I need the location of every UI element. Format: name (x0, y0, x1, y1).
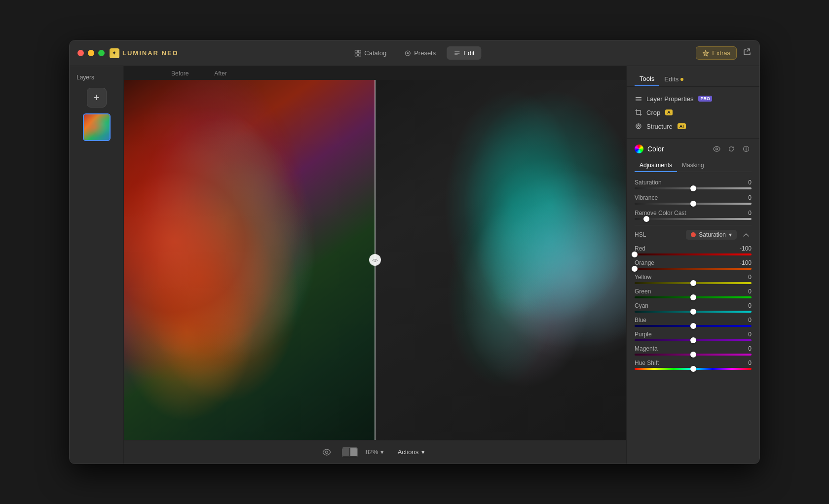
canvas-wrapper[interactable] (124, 80, 626, 440)
remove-color-cast-thumb[interactable] (643, 216, 649, 222)
hsl-hue-shift-slider[interactable] (635, 368, 752, 370)
tab-adjustments[interactable]: Adjustments (635, 159, 677, 172)
vibrance-slider[interactable] (635, 203, 752, 205)
hsl-hue-shift-thumb[interactable] (690, 366, 696, 372)
main-content: Layers + Before After (70, 66, 759, 464)
structure-icon (635, 122, 642, 130)
logo-icon: ✦ (110, 48, 119, 58)
remove-color-cast-label: Remove Color Cast (635, 210, 686, 216)
hsl-blue-slider[interactable] (635, 325, 752, 327)
info-color-button[interactable] (741, 144, 752, 154)
hsl-magenta-thumb[interactable] (690, 352, 696, 358)
split-handle[interactable] (369, 254, 381, 266)
close-button[interactable] (77, 50, 84, 56)
canvas-area: Before After (124, 66, 626, 464)
hsl-orange-thumb[interactable] (632, 266, 638, 272)
hsl-cyan-thumb[interactable] (690, 309, 696, 315)
maximize-button[interactable] (98, 50, 105, 56)
catalog-icon (354, 50, 361, 57)
hsl-hue-shift-label: Hue Shift (635, 360, 659, 366)
svg-point-21 (746, 147, 747, 148)
color-section-label: Color (647, 145, 664, 153)
actions-button[interactable]: Actions ▾ (392, 446, 431, 458)
structure-ai-badge: AI (678, 123, 686, 129)
hsl-magenta-slider[interactable] (635, 354, 752, 356)
hsl-purple-row: Purple 0 (635, 331, 752, 341)
crop-ai-badge: A (665, 109, 673, 115)
right-panel: Tools Edits Layer Propert (626, 66, 759, 464)
hsl-type-chevron: ▾ (729, 231, 732, 238)
svg-marker-9 (703, 50, 709, 56)
vibrance-thumb[interactable] (690, 201, 696, 207)
vibrance-value: 0 (748, 194, 752, 201)
presets-nav-button[interactable]: Presets (397, 46, 443, 60)
color-wheel-icon (635, 144, 643, 153)
hsl-header[interactable]: HSL Saturation ▾ (635, 229, 752, 240)
hsl-magenta-value: 0 (748, 345, 752, 352)
crop-item[interactable]: Crop A (635, 106, 752, 119)
hsl-hue-shift-value: 0 (748, 360, 752, 366)
share-button[interactable] (743, 47, 752, 59)
hsl-collapse-button[interactable] (741, 229, 752, 240)
reset-color-button[interactable] (726, 144, 737, 154)
hsl-purple-thumb[interactable] (690, 337, 696, 343)
zoom-level: 82% (366, 448, 378, 456)
visibility-toggle[interactable] (319, 445, 334, 460)
hsl-orange-slider[interactable] (635, 268, 752, 270)
titlebar-right: Extras (696, 46, 752, 60)
layer-thumbnail[interactable] (83, 113, 111, 141)
layer-properties-label: Layer Properties (646, 95, 693, 103)
crop-label: Crop (646, 109, 660, 116)
hsl-red-thumb[interactable] (632, 252, 638, 257)
layer-properties-item[interactable]: Layer Properties PRO (635, 92, 752, 106)
structure-item[interactable]: Structure AI (635, 119, 752, 133)
app-window: ✦ LUMINAR NEO Catalog Presets (69, 40, 760, 464)
zoom-control[interactable]: 82% ▾ (366, 448, 384, 456)
presets-icon (404, 50, 411, 57)
hsl-green-label: Green (635, 288, 651, 295)
minimize-button[interactable] (88, 50, 94, 56)
svg-rect-11 (636, 97, 641, 98)
saturation-value: 0 (748, 179, 752, 186)
svg-rect-3 (358, 54, 361, 56)
layer-thumb-image (84, 114, 110, 140)
hsl-orange-label: Orange (635, 259, 654, 266)
saturation-thumb[interactable] (690, 185, 696, 191)
actions-label: Actions (398, 448, 419, 456)
info-icon (743, 145, 750, 152)
hsl-red-row: Red -100 (635, 245, 752, 255)
image-before (124, 80, 375, 440)
compare-button[interactable] (342, 447, 358, 457)
hsl-cyan-value: 0 (748, 302, 752, 309)
hsl-yellow-thumb[interactable] (690, 280, 696, 286)
hsl-hue-shift-row: Hue Shift 0 (635, 360, 752, 370)
hsl-red-value: -100 (740, 245, 752, 252)
extras-button[interactable]: Extras (696, 46, 737, 60)
hsl-yellow-slider[interactable] (635, 282, 752, 284)
catalog-nav-button[interactable]: Catalog (347, 46, 393, 60)
before-color-overlay (124, 80, 375, 440)
hsl-magenta-row: Magenta 0 (635, 345, 752, 356)
visibility-toggle-color[interactable] (711, 144, 722, 154)
hsl-yellow-value: 0 (748, 274, 752, 281)
vibrance-label: Vibrance (635, 194, 658, 201)
saturation-slider[interactable] (635, 187, 752, 189)
image-after (375, 80, 626, 440)
hsl-type-selector[interactable]: Saturation ▾ (686, 230, 737, 240)
tab-tools[interactable]: Tools (635, 72, 659, 86)
after-label: After (206, 66, 234, 80)
hsl-purple-slider[interactable] (635, 339, 752, 341)
edit-nav-button[interactable]: Edit (447, 46, 481, 60)
remove-color-cast-slider[interactable] (635, 218, 752, 220)
hsl-cyan-label: Cyan (635, 302, 648, 309)
hsl-blue-value: 0 (748, 317, 752, 324)
left-sidebar: Layers + (70, 66, 124, 464)
hsl-red-slider[interactable] (635, 253, 752, 255)
hsl-cyan-slider[interactable] (635, 311, 752, 313)
tab-edits[interactable]: Edits (659, 72, 688, 86)
tab-masking[interactable]: Masking (677, 159, 709, 172)
hsl-green-thumb[interactable] (690, 294, 696, 300)
add-layer-button[interactable]: + (87, 88, 107, 108)
hsl-green-slider[interactable] (635, 296, 752, 298)
hsl-blue-thumb[interactable] (690, 323, 696, 329)
